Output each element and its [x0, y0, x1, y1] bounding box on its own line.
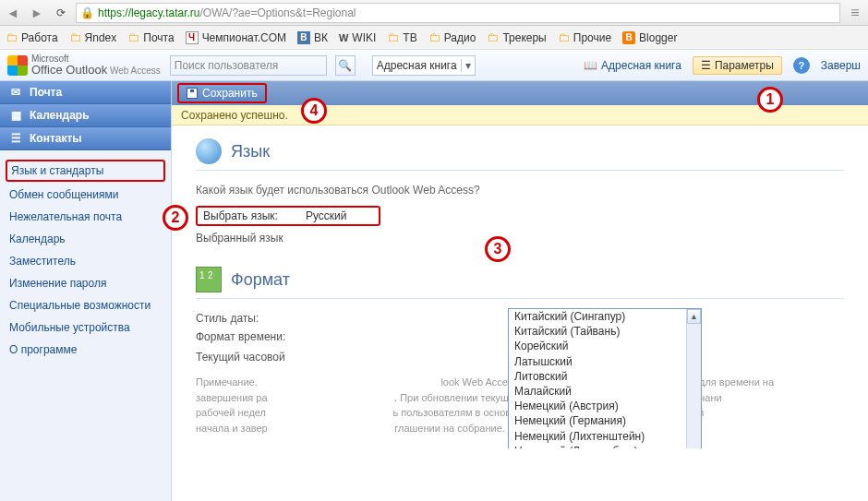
sidebar-mail[interactable]: ✉Почта — [0, 81, 171, 104]
list-icon: ☰ — [701, 59, 711, 72]
bookmark-blogger[interactable]: BBlogger — [622, 31, 677, 44]
folder-icon: 🗀 — [487, 30, 499, 44]
callout-1: 1 — [757, 87, 783, 113]
logout-link[interactable]: Заверш — [821, 59, 861, 72]
champ-icon: Ч — [186, 31, 199, 44]
bookmark-vk[interactable]: BВК — [297, 31, 328, 44]
language-heading: Язык — [231, 142, 270, 161]
bookmark-wiki[interactable]: WWIKI — [339, 31, 376, 44]
language-select-value: Русский — [306, 209, 347, 222]
globe-icon — [196, 138, 222, 164]
bookmarks-bar: 🗀Работа 🗀Яndex 🗀Почта ЧЧемпионат.COM BВК… — [0, 26, 868, 50]
format-heading: Формат — [231, 270, 290, 290]
user-search-input[interactable]: Поиск пользователя — [170, 55, 327, 76]
bookmark-pochta[interactable]: 🗀Почта — [127, 30, 174, 44]
folder-icon: 🗀 — [428, 30, 440, 44]
save-icon — [187, 88, 198, 99]
sidebar-link-about[interactable]: О программе — [0, 339, 171, 361]
date-style-label: Стиль даты: — [196, 312, 297, 325]
time-format-label: Формат времени: — [196, 330, 297, 343]
bookmark-yandex[interactable]: 🗀Яndex — [69, 30, 117, 44]
vk-icon: B — [297, 31, 310, 44]
sidebar-link-calendar[interactable]: Календарь — [0, 228, 171, 250]
chevron-down-icon: ▾ — [461, 59, 471, 72]
sidebar-calendar[interactable]: ▦Календарь — [0, 104, 171, 127]
folder-icon: 🗀 — [127, 30, 139, 44]
callout-4: 4 — [301, 98, 327, 124]
forward-button: ► — [28, 4, 46, 22]
language-option[interactable]: Китайский (Тайвань) — [509, 324, 686, 339]
sidebar-link-mobile[interactable]: Мобильные устройства — [0, 316, 171, 339]
bookmark-tv[interactable]: 🗀ТВ — [387, 30, 416, 44]
sidebar-link-junk[interactable]: Нежелательная почта — [0, 206, 171, 228]
office-icon — [7, 55, 28, 76]
help-button[interactable]: ? — [793, 57, 810, 74]
bookmark-rabota[interactable]: 🗀Работа — [6, 30, 58, 44]
bookmark-trackers[interactable]: 🗀Трекеры — [487, 30, 546, 44]
sidebar-contacts[interactable]: ☰Контакты — [0, 127, 171, 150]
language-option[interactable]: Корейский — [509, 339, 686, 353]
language-option[interactable]: Немецкий (Австрия) — [509, 399, 686, 413]
language-option[interactable]: Литовский — [509, 369, 686, 384]
section-language: Язык — [196, 138, 844, 171]
language-dropdown-list[interactable]: Китайский (Сингапур)Китайский (Тайвань)К… — [508, 308, 702, 448]
language-option[interactable]: Немецкий (Лихтенштейн) — [509, 429, 686, 444]
options-button[interactable]: ☰Параметры — [693, 56, 782, 75]
address-book-select[interactable]: Адресная книга ▾ — [372, 55, 476, 76]
folder-icon: 🗀 — [6, 30, 18, 44]
section-format: Формат — [196, 267, 844, 299]
language-desc: Какой язык будет использоваться Outlook … — [196, 184, 844, 197]
contacts-icon: ☰ — [9, 132, 22, 145]
sidebar: ✉Почта ▦Календарь ☰Контакты Язык и станд… — [0, 81, 172, 501]
callout-2: 2 — [163, 205, 188, 231]
date-format-icon — [196, 267, 222, 292]
bookmark-championat[interactable]: ЧЧемпионат.COM — [186, 31, 286, 44]
brand-sub: Web Access — [110, 66, 161, 76]
language-option[interactable]: Малайский — [509, 384, 686, 399]
owa-logo: Microsoft Office Outlook Web Access — [7, 54, 161, 76]
blogger-icon: B — [622, 31, 635, 44]
sidebar-link-password[interactable]: Изменение пароля — [0, 272, 171, 294]
scroll-up-button[interactable]: ▲ — [687, 309, 701, 324]
folder-icon: 🗀 — [558, 30, 570, 44]
brand-main: Office Outlook — [31, 63, 107, 77]
scrollbar[interactable]: ▲ ▼ — [686, 309, 701, 448]
wiki-icon: W — [339, 32, 348, 43]
sidebar-link-accessibility[interactable]: Специальные возможности — [0, 294, 171, 316]
language-select[interactable]: Выбрать язык: Русский — [196, 206, 380, 226]
sidebar-link-deputy[interactable]: Заместитель — [0, 250, 171, 272]
content-area: Сохранить Сохранено успешно. Язык Какой … — [172, 81, 868, 501]
owa-header: Microsoft Office Outlook Web Access Поис… — [0, 50, 868, 81]
language-option[interactable]: Китайский (Сингапур) — [509, 309, 686, 324]
folder-icon: 🗀 — [69, 30, 81, 44]
reload-button[interactable]: ⟳ — [52, 4, 70, 22]
bookmark-radio[interactable]: 🗀Радио — [428, 30, 476, 44]
address-book-link[interactable]: 📖Адресная книга — [584, 59, 681, 72]
language-option[interactable]: Немецкий (Германия) — [509, 413, 686, 428]
current-language-label: Выбранный язык — [196, 232, 297, 245]
folder-icon: 🗀 — [387, 30, 399, 44]
calendar-icon: ▦ — [9, 109, 22, 122]
book-icon: 📖 — [584, 59, 597, 72]
sidebar-link-regional[interactable]: Язык и стандарты — [6, 160, 165, 182]
save-button[interactable]: Сохранить — [177, 83, 267, 103]
url-host: https://legacy.tatar.ru — [98, 6, 200, 19]
url-path: /OWA/?ae=Options&t=Regional — [200, 6, 356, 19]
back-button[interactable]: ◄ — [4, 4, 22, 22]
language-option[interactable]: Немецкий (Люксембург) — [509, 444, 686, 448]
language-select-label: Выбрать язык: — [203, 209, 278, 222]
search-button[interactable]: 🔍 — [335, 55, 356, 76]
timezone-label: Текущий часовой — [196, 351, 297, 364]
browser-menu-button[interactable]: ≡ — [846, 5, 864, 21]
mail-icon: ✉ — [9, 86, 22, 99]
browser-toolbar: ◄ ► ⟳ 🔒 https://legacy.tatar.ru/OWA/?ae=… — [0, 0, 868, 26]
address-bar[interactable]: 🔒 https://legacy.tatar.ru/OWA/?ae=Option… — [76, 3, 840, 23]
lock-icon: 🔒 — [80, 6, 94, 19]
callout-3: 3 — [485, 236, 511, 262]
bookmark-other[interactable]: 🗀Прочие — [558, 30, 611, 44]
sidebar-link-messaging[interactable]: Обмен сообщениями — [0, 184, 171, 206]
language-option[interactable]: Латышский — [509, 354, 686, 369]
